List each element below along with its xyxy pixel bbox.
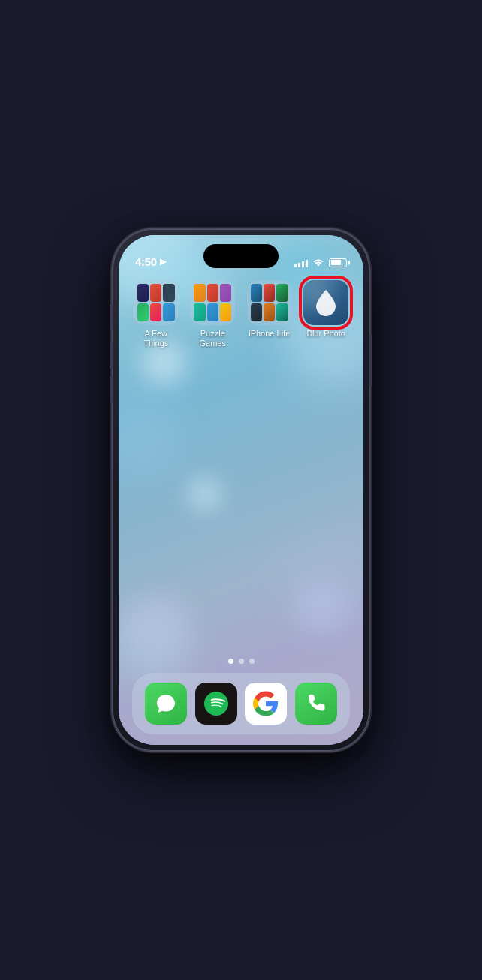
red-highlight-border — [299, 276, 353, 330]
app-label-blur-photo: Blur Photo — [307, 329, 345, 339]
app-label-iphone-life: iPhone Life — [249, 329, 290, 339]
app-grid: A Few Things Puzzle Games — [132, 280, 350, 348]
dynamic-island — [203, 244, 279, 268]
mini-app-3 — [163, 284, 174, 302]
mini-app-5 — [150, 303, 161, 321]
messages-icon — [153, 691, 179, 716]
mini-app-3 — [276, 284, 288, 302]
location-arrow-icon: ▶ — [160, 257, 166, 267]
status-icons — [294, 257, 347, 268]
mini-app-4 — [251, 303, 262, 321]
battery-fill — [331, 260, 341, 265]
mini-app-1 — [137, 284, 149, 302]
svg-point-0 — [204, 692, 228, 716]
app-label-a-few-things: A Few Things — [132, 329, 180, 348]
app-folder-a-few-things[interactable]: A Few Things — [132, 280, 180, 348]
mini-app-5 — [207, 303, 218, 321]
mini-app-4 — [194, 303, 205, 321]
folder-icon-puzzle-games[interactable] — [190, 280, 235, 325]
app-blur-photo[interactable]: Blur Photo — [303, 280, 351, 339]
mini-app-5 — [264, 303, 275, 321]
mini-app-6 — [163, 303, 174, 321]
blur-photo-wrapper[interactable] — [303, 280, 348, 325]
spotify-icon — [203, 691, 229, 716]
phone-call-icon — [306, 693, 327, 714]
mini-app-2 — [264, 284, 275, 302]
mini-app-6 — [220, 303, 231, 321]
app-folder-puzzle-games[interactable]: Puzzle Games — [189, 280, 237, 348]
phone-screen: 4:50 ▶ — [119, 235, 363, 745]
battery-icon — [329, 258, 347, 267]
status-time: 4:50 ▶ — [135, 255, 166, 268]
dock-app-messages[interactable] — [145, 683, 187, 725]
folder-icon-a-few-things[interactable] — [134, 280, 179, 325]
mini-app-1 — [194, 284, 205, 302]
mini-app-4 — [137, 303, 149, 321]
mini-app-3 — [220, 284, 231, 302]
mini-app-2 — [150, 284, 161, 302]
app-label-puzzle-games: Puzzle Games — [189, 329, 237, 348]
folder-icon-iphone-life[interactable] — [247, 280, 292, 325]
time-display: 4:50 — [135, 255, 157, 268]
wifi-icon — [312, 257, 324, 268]
dock-app-phone[interactable] — [295, 683, 337, 725]
app-folder-iphone-life[interactable]: iPhone Life — [246, 280, 294, 339]
dock-app-spotify[interactable] — [195, 683, 237, 725]
dock-app-google[interactable] — [245, 683, 287, 725]
mini-app-1 — [251, 284, 262, 302]
phone-device: 4:50 ▶ — [113, 229, 369, 751]
dock — [132, 673, 350, 734]
page-dot-3[interactable] — [249, 659, 255, 664]
mini-app-6 — [276, 303, 288, 321]
google-icon — [253, 691, 279, 716]
page-dot-2[interactable] — [239, 659, 244, 664]
mini-app-2 — [207, 284, 218, 302]
page-dot-1[interactable] — [228, 659, 233, 664]
page-indicators — [119, 659, 363, 664]
signal-bars-icon — [294, 258, 308, 267]
